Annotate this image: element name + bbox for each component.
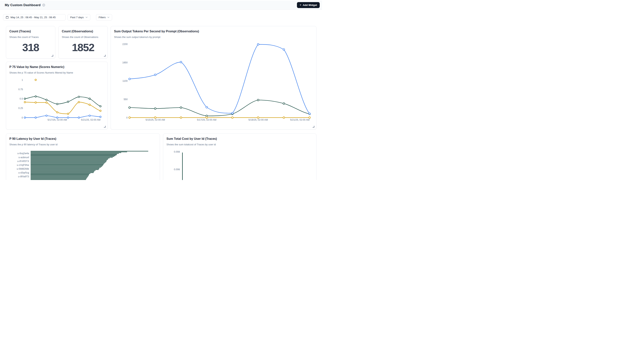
page-header: My Custom Dashboard + Add Widget	[0, 0, 322, 10]
calendar-icon	[6, 16, 8, 19]
widget-title: Count (Traces)	[9, 30, 52, 33]
filters-dropdown[interactable]: Filters	[96, 14, 112, 21]
p90-bar-chart[interactable]: u-8sq2w4au-aobnuxfu-tFAR5TXu-zVqP3hwu-5M…	[6, 134, 160, 180]
svg-text:1650: 1650	[122, 61, 128, 64]
svg-text:0.25: 0.25	[18, 107, 23, 110]
date-range-picker[interactable]: May 14, 25 : 08:45 - May 21, 25 : 08:45	[3, 14, 66, 21]
svg-text:5/19/25, 02:00 AM: 5/19/25, 02:00 AM	[248, 119, 268, 121]
resize-handle-icon[interactable]	[313, 126, 314, 128]
svg-text:1100: 1100	[122, 80, 128, 82]
svg-text:1: 1	[22, 79, 23, 81]
svg-text:u-zVqP3hw: u-zVqP3hw	[17, 164, 29, 166]
svg-text:5/15/25, 02:00 AM: 5/15/25, 02:00 AM	[146, 119, 165, 121]
svg-text:0.006: 0.006	[174, 168, 180, 171]
widget-p90-latency: P 90 Latency by User Id (Traces) Shows t…	[6, 134, 160, 180]
svg-text:u-8fVa9T3: u-8fVa9T3	[18, 175, 29, 178]
widget-subtitle: Shows the count of Observations	[62, 36, 105, 39]
chevron-down-icon	[86, 17, 88, 18]
widget-title: Count (Observations)	[62, 30, 105, 33]
count-traces-value: 318	[6, 41, 55, 54]
plus-icon: +	[300, 4, 301, 7]
widget-count-observations: Count (Observations) Shows the count of …	[58, 26, 108, 59]
svg-text:5/17/25, 02:00 AM: 5/17/25, 02:00 AM	[197, 119, 216, 121]
svg-text:5/17/25, 02:00 AM: 5/17/25, 02:00 AM	[48, 119, 67, 121]
widget-p75-by-name: P 75 Value by Name (Scores Numeric) Show…	[6, 62, 108, 130]
svg-text:0.008: 0.008	[174, 151, 180, 153]
svg-text:0.5: 0.5	[20, 98, 23, 100]
svg-text:u-aobnuxf: u-aobnuxf	[18, 156, 29, 159]
filters-label: Filters	[99, 16, 106, 19]
page-title: My Custom Dashboard	[5, 3, 40, 7]
svg-text:0: 0	[126, 116, 128, 119]
widget-sum-cost: Sum Total Cost by User Id (Traces) Shows…	[163, 134, 316, 180]
svg-text:u-8sq2w4a: u-8sq2w4a	[18, 152, 29, 155]
count-observations-value: 1852	[58, 41, 108, 54]
widget-subtitle: Shows the count of Traces	[9, 36, 52, 39]
p75-line-chart[interactable]: 00.250.50.7515/17/25, 02:00 AM5/21/25, 0…	[6, 62, 108, 129]
svg-text:u-5M8D56k: u-5M8D56k	[17, 168, 29, 170]
svg-text:550: 550	[124, 98, 128, 101]
toolbar: May 14, 25 : 08:45 - May 21, 25 : 08:45 …	[3, 14, 112, 21]
chevron-down-icon	[107, 17, 110, 18]
widget-count-traces: Count (Traces) Shows the count of Traces…	[6, 26, 55, 59]
svg-text:2200: 2200	[122, 43, 128, 46]
range-preset-value: Past 7 days	[70, 16, 84, 19]
add-widget-label: Add Widget	[303, 4, 317, 7]
svg-text:5/21/25, 02:00 AM: 5/21/25, 02:00 AM	[290, 119, 310, 121]
svg-text:5/21/25, 02:00 AM: 5/21/25, 02:00 AM	[81, 119, 100, 121]
svg-text:u-d3qr5cg: u-d3qr5cg	[18, 171, 29, 174]
resize-handle-icon[interactable]	[52, 55, 53, 57]
range-preset-dropdown[interactable]: Past 7 days	[68, 14, 90, 21]
widget-tokens-by-prompt: Sum Output Tokens Per Second by Prompt (…	[110, 26, 316, 130]
cost-bar-chart[interactable]: 0.0080.006	[163, 134, 316, 180]
svg-text:u-tFAR5TX: u-tFAR5TX	[17, 160, 29, 163]
svg-text:0: 0	[22, 116, 23, 119]
resize-handle-icon[interactable]	[104, 55, 106, 57]
resize-handle-icon[interactable]	[104, 126, 106, 128]
info-icon[interactable]	[42, 4, 45, 7]
svg-text:0.75: 0.75	[18, 88, 23, 91]
add-widget-button[interactable]: + Add Widget	[297, 2, 320, 8]
tokens-line-chart[interactable]: 05501100165022005/15/25, 02:00 AM5/17/25…	[111, 26, 316, 129]
date-range-value: May 14, 25 : 08:45 - May 21, 25 : 08:45	[10, 16, 56, 19]
